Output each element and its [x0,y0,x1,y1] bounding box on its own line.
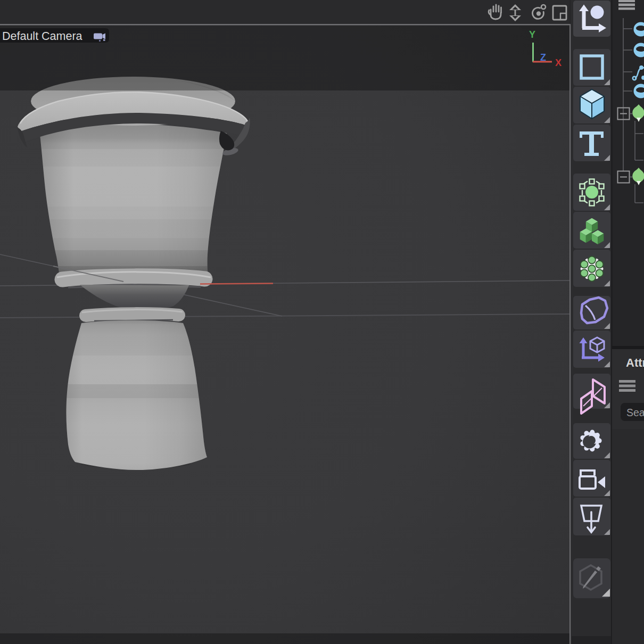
svg-text:Attrib: Attrib [626,356,644,369]
svg-text:Z: Z [540,52,546,63]
svg-text:X: X [555,57,562,68]
svg-text:Y: Y [529,29,535,40]
svg-text:Sear: Sear [626,407,644,418]
svg-text:Default Camera: Default Camera [2,30,82,43]
